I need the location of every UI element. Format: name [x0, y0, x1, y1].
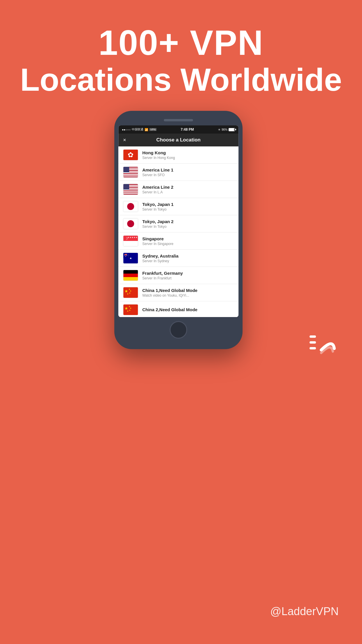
location-name: Tokyo, Japan 2: [142, 219, 173, 224]
location-name: China 2,Need Global Mode: [142, 307, 197, 312]
status-right: ✳ 96%: [218, 128, 235, 131]
flag-de: [123, 270, 138, 281]
location-name: Frankfurt, Germany: [142, 271, 183, 276]
battery-percent: 96%: [222, 128, 227, 131]
location-name: Singapore: [142, 236, 173, 241]
location-server: Watch video on Youku, IQiYi...: [142, 293, 197, 298]
list-item[interactable]: America Line 1Server In SFO: [118, 164, 238, 181]
location-name: America Line 2: [142, 185, 173, 190]
headline-section: 100+ VPN Locations Worldwide: [0, 0, 362, 97]
carrier: 中国联通: [132, 127, 143, 132]
list-item[interactable]: ★ ★ ★ ★ ★ China 2,Need Global Mode: [118, 301, 238, 317]
vpn-badge: VPN: [149, 128, 157, 131]
headline-line2: Locations Worldwide: [0, 62, 362, 97]
phone-shell: ●●○○○ 中国联通 📶 VPN 7:48 PM ✳ 96% × Choose …: [114, 111, 242, 349]
home-button[interactable]: [170, 321, 187, 339]
location-name: China 1,Need Global Mode: [142, 288, 197, 293]
flag-au: 🇦🇺 ★: [123, 253, 138, 264]
flag-us: [123, 184, 138, 195]
location-server: Server In Tokyo: [142, 207, 173, 211]
location-name: Sydney, Australia: [142, 253, 178, 258]
ladder-vpn-logo: [307, 330, 339, 360]
flag-hk: ✿: [123, 149, 138, 160]
nav-title: Choose a Location: [132, 137, 225, 143]
location-server: Server In Hong Kong: [142, 156, 175, 160]
list-item[interactable]: Tokyo, Japan 2Server In Tokyo: [118, 215, 238, 232]
status-left: ●●○○○ 中国联通 📶 VPN: [122, 127, 157, 132]
bluetooth-icon: ✳: [218, 128, 220, 131]
nav-bar: × Choose a Location: [118, 134, 238, 146]
battery-fill: [229, 128, 234, 131]
logo-area: [307, 330, 339, 361]
list-item[interactable]: America Line 2Server In L.A: [118, 181, 238, 198]
location-server: Server In Tokyo: [142, 225, 173, 229]
flag-us: [123, 167, 138, 178]
battery-icon: [229, 128, 235, 131]
flag-sg: ☽ ✦✦✦✦✦: [123, 235, 138, 246]
flag-cn: ★ ★ ★ ★ ★: [123, 304, 138, 315]
phone-speaker: [164, 119, 193, 121]
location-server: Server In Sydney: [142, 259, 178, 263]
wifi-icon: 📶: [145, 128, 148, 131]
location-name: America Line 1: [142, 167, 173, 172]
phone-screen: ●●○○○ 中国联通 📶 VPN 7:48 PM ✳ 96% × Choose …: [118, 125, 238, 317]
list-item[interactable]: 🇦🇺 ★ Sydney, AustraliaServer In Sydney: [118, 250, 238, 267]
signal-dots: ●●○○○: [122, 128, 131, 131]
svg-rect-0: [310, 335, 316, 338]
phone-mockup: ●●○○○ 中国联通 📶 VPN 7:48 PM ✳ 96% × Choose …: [114, 111, 242, 349]
close-button[interactable]: ×: [123, 137, 132, 143]
location-server: Server In Frankfurt: [142, 276, 183, 280]
svg-rect-1: [310, 341, 316, 344]
location-server: Server In L.A: [142, 190, 173, 194]
status-time: 7:48 PM: [181, 127, 194, 132]
list-item[interactable]: ☽ ✦✦✦✦✦ SingaporeServer In Singapore: [118, 232, 238, 250]
location-server: Server In SFO: [142, 173, 173, 177]
location-server: Server In Singapore: [142, 242, 173, 246]
branding-handle: @LadderVPN: [270, 605, 339, 618]
flag-jp: [123, 201, 138, 212]
location-list: ✿Hong KongServer In Hong KongAmerica Lin…: [118, 146, 238, 317]
flag-jp: [123, 218, 138, 229]
list-item[interactable]: Frankfurt, GermanyServer In Frankfurt: [118, 267, 238, 284]
headline-line1: 100+ VPN: [0, 23, 362, 62]
list-item[interactable]: ★ ★ ★ ★ ★ China 1,Need Global ModeWatch …: [118, 284, 238, 301]
svg-rect-2: [310, 347, 316, 349]
list-item[interactable]: Tokyo, Japan 1Server In Tokyo: [118, 198, 238, 215]
flag-cn: ★ ★ ★ ★ ★: [123, 287, 138, 298]
location-name: Hong Kong: [142, 150, 175, 155]
status-bar: ●●○○○ 中国联通 📶 VPN 7:48 PM ✳ 96%: [118, 125, 238, 134]
location-name: Tokyo, Japan 1: [142, 202, 173, 207]
list-item[interactable]: ✿Hong KongServer In Hong Kong: [118, 146, 238, 164]
